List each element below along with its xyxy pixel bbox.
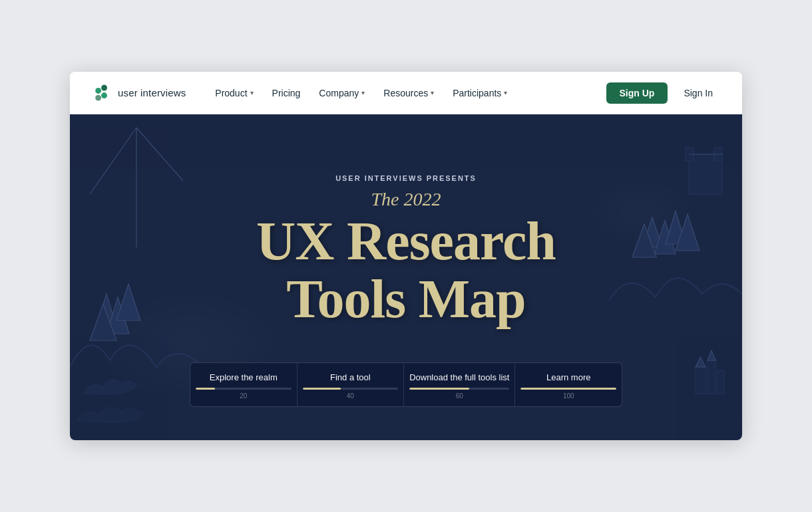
tab-explore-label: Explore the realm bbox=[210, 372, 278, 382]
logo-icon bbox=[91, 82, 112, 104]
tab-bar: Explore the realm 20 Find a tool 40 Down… bbox=[190, 362, 622, 407]
navbar: user interviews Product ▾ Pricing Compan… bbox=[70, 72, 742, 114]
nav-label-company: Company bbox=[319, 88, 359, 98]
tab-explore-fill bbox=[196, 388, 215, 390]
tab-download-track bbox=[409, 388, 509, 390]
svg-point-3 bbox=[95, 94, 101, 100]
chevron-down-icon: ▾ bbox=[504, 89, 507, 96]
logo[interactable]: user interviews bbox=[91, 82, 186, 104]
nav-label-product: Product bbox=[215, 88, 247, 98]
nav-item-pricing[interactable]: Pricing bbox=[264, 84, 309, 102]
tab-explore-track bbox=[196, 388, 292, 390]
tab-find-track bbox=[303, 388, 399, 390]
tab-find[interactable]: Find a tool 40 bbox=[298, 363, 405, 406]
svg-point-2 bbox=[101, 92, 107, 98]
svg-point-0 bbox=[95, 88, 101, 94]
nav-label-resources: Resources bbox=[383, 88, 428, 98]
tab-learn-number: 100 bbox=[563, 392, 574, 400]
browser-window: user interviews Product ▾ Pricing Compan… bbox=[70, 72, 742, 440]
hero-title-line1: UX Research bbox=[256, 213, 556, 270]
chevron-down-icon: ▾ bbox=[431, 89, 434, 96]
hero-title-line2: Tools Map bbox=[256, 271, 556, 328]
tab-explore[interactable]: Explore the realm 20 bbox=[190, 363, 298, 406]
tab-download-label: Download the full tools list bbox=[409, 372, 509, 382]
tab-explore-number: 20 bbox=[240, 392, 247, 400]
nav-item-product[interactable]: Product ▾ bbox=[207, 84, 261, 102]
presents-label: USER INTERVIEWS PRESENTS bbox=[256, 174, 556, 182]
hero-content: USER INTERVIEWS PRESENTS The 2022 UX Res… bbox=[243, 148, 569, 340]
year-label: The 2022 bbox=[256, 189, 556, 210]
tab-learn-track bbox=[520, 388, 616, 390]
svg-point-1 bbox=[101, 84, 107, 90]
tab-download[interactable]: Download the full tools list 60 bbox=[404, 363, 515, 406]
chevron-down-icon: ▾ bbox=[361, 89, 365, 96]
chevron-down-icon: ▾ bbox=[250, 89, 254, 96]
nav-item-participants[interactable]: Participants ▾ bbox=[445, 84, 515, 102]
tab-learn[interactable]: Learn more 100 bbox=[515, 363, 622, 406]
tab-find-label: Find a tool bbox=[330, 372, 371, 382]
hero-section: USER INTERVIEWS PRESENTS The 2022 UX Res… bbox=[70, 114, 742, 440]
nav-item-resources[interactable]: Resources ▾ bbox=[375, 84, 442, 102]
nav-item-company[interactable]: Company ▾ bbox=[311, 84, 373, 102]
tab-download-number: 60 bbox=[456, 392, 463, 400]
tab-learn-label: Learn more bbox=[546, 372, 590, 382]
nav-actions: Sign Up Sign In bbox=[606, 82, 721, 104]
signin-button[interactable]: Sign In bbox=[676, 82, 721, 104]
hero-title: UX Research Tools Map bbox=[256, 213, 556, 327]
tab-find-fill bbox=[303, 388, 341, 390]
signup-button[interactable]: Sign Up bbox=[606, 82, 668, 104]
nav-label-participants: Participants bbox=[453, 88, 501, 98]
logo-text: user interviews bbox=[118, 87, 186, 98]
nav-links: Product ▾ Pricing Company ▾ Resources ▾ … bbox=[207, 84, 606, 102]
nav-label-pricing: Pricing bbox=[272, 88, 301, 98]
tab-find-number: 40 bbox=[347, 392, 354, 400]
tab-learn-fill bbox=[520, 388, 616, 390]
tab-download-fill bbox=[409, 388, 469, 390]
